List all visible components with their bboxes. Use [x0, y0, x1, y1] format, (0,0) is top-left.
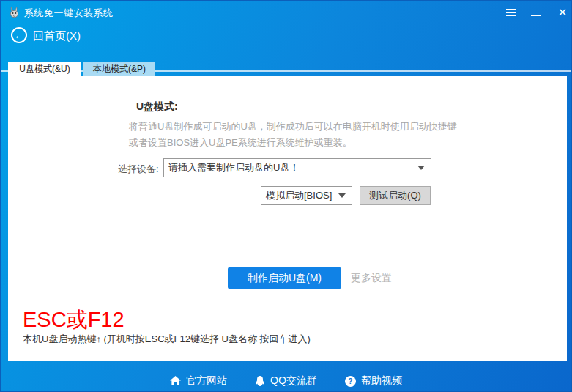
title-bar: 系统兔一键安装系统 ✕ [1, 1, 571, 24]
boot-hotkey-note: 本机U盘启动热键↑ (开机时按ESC或F12键选择 U盘名称 按回车进入) [23, 333, 311, 346]
description-line-2: 或者设置BIOS进入U盘PE系统进行系统维护或重装。 [129, 136, 352, 149]
close-button[interactable]: ✕ [553, 1, 572, 24]
minimize-button[interactable] [527, 1, 546, 24]
help-video-link[interactable]: ? 帮助视频 [345, 374, 402, 388]
back-arrow-icon[interactable]: ← [11, 27, 27, 43]
back-home-link[interactable]: 回首页(X) [33, 29, 81, 43]
app-logo-icon [8, 6, 21, 19]
test-boot-button[interactable]: 测试启动(Q) [360, 186, 431, 205]
device-select-value: 请插入需要制作启动盘的U盘！ [164, 161, 417, 174]
content-panel: U盘模式: 将普通U盘制作成可启动的U盘，制作成功后可以在电脑开机时使用启动快捷… [8, 76, 567, 361]
chevron-down-icon [417, 166, 425, 170]
app-window: 系统兔一键安装系统 ✕ ← 回首页(X) U盘模式(&U) 本地模式(&P) U… [0, 0, 572, 392]
footer-link-label: QQ交流群 [270, 374, 317, 388]
make-usb-button[interactable]: 制作启动U盘(M) [228, 267, 341, 289]
footer-link-label: 官方网站 [186, 374, 227, 388]
tab-local-mode[interactable]: 本地模式(&P) [83, 62, 155, 76]
window-title: 系统兔一键安装系统 [24, 7, 114, 20]
boot-hotkey-value: ESC或F12 [23, 306, 125, 335]
device-select-dropdown[interactable]: 请插入需要制作启动盘的U盘！ [163, 158, 431, 177]
boot-mode-value: 模拟启动[BIOS] [261, 189, 338, 202]
nav-row: ← 回首页(X) [1, 24, 571, 48]
home-icon [170, 376, 181, 386]
official-site-link[interactable]: 官方网站 [170, 374, 227, 388]
qq-group-link[interactable]: QQ交流群 [255, 374, 317, 388]
footer-bar: 官方网站 QQ交流群 ? 帮助视频 [1, 369, 571, 392]
menu-icon[interactable] [502, 1, 521, 24]
question-circle-icon: ? [345, 376, 356, 387]
qq-penguin-icon [255, 376, 265, 387]
mode-tabs: U盘模式(&U) 本地模式(&P) [8, 62, 155, 76]
chevron-down-icon [338, 193, 346, 198]
boot-mode-dropdown[interactable]: 模拟启动[BIOS] [261, 186, 352, 205]
tab-usb-mode[interactable]: U盘模式(&U) [8, 62, 81, 76]
description-line-1: 将普通U盘制作成可启动的U盘，制作成功后可以在电脑开机时使用启动快捷键 [129, 120, 457, 133]
svg-text:?: ? [348, 377, 352, 385]
footer-link-label: 帮助视频 [361, 374, 402, 388]
section-heading: U盘模式: [136, 100, 178, 114]
device-select-label: 选择设备: [118, 163, 159, 176]
more-settings-link[interactable]: 更多设置 [351, 272, 392, 285]
